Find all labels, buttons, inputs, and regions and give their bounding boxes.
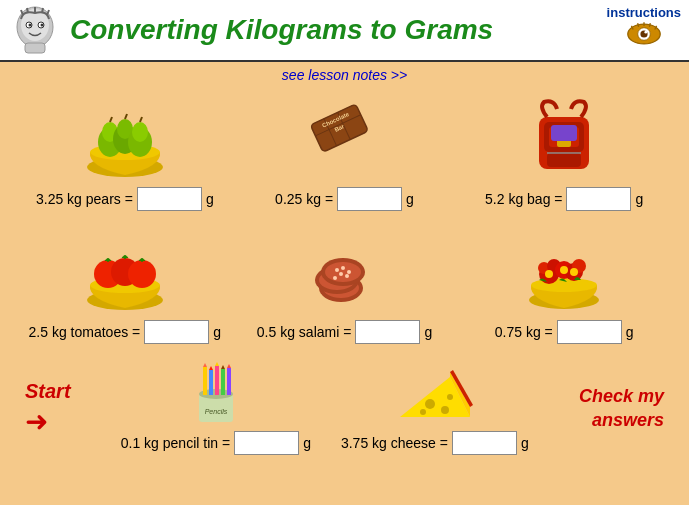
salami-label: 0.5 kg salami = g: [257, 320, 432, 344]
start-arrow-icon[interactable]: ➜: [25, 405, 48, 438]
svg-marker-80: [209, 366, 213, 370]
bottom-questions: Pencils 0.1 kg pencil tin = g: [121, 362, 529, 455]
svg-line-30: [125, 114, 127, 119]
svg-point-9: [29, 24, 32, 27]
cheese-label: 3.75 kg cheese = g: [341, 431, 529, 455]
flowers-answer-input[interactable]: [557, 320, 622, 344]
svg-point-28: [132, 122, 148, 142]
svg-point-62: [345, 274, 349, 278]
svg-point-58: [341, 266, 345, 270]
start-label: Start: [25, 380, 71, 403]
flowers-question: 0.75 kg = g: [454, 221, 674, 349]
svg-point-61: [333, 276, 337, 280]
svg-point-73: [570, 268, 578, 276]
svg-line-5: [42, 8, 43, 13]
professor-icon: [10, 5, 60, 55]
tomatoes-answer-input[interactable]: [144, 320, 209, 344]
svg-point-60: [339, 272, 343, 276]
pears-question: 3.25 kg pears = g: [15, 88, 235, 216]
svg-point-10: [41, 24, 44, 27]
instructions-button[interactable]: instructions: [607, 5, 681, 46]
svg-point-72: [560, 266, 568, 274]
bag-answer-input[interactable]: [566, 187, 631, 211]
pears-label: 3.25 kg pears = g: [36, 187, 214, 211]
questions-grid: 3.25 kg pears = g C: [15, 88, 674, 354]
salami-question: 0.5 kg salami = g: [235, 221, 455, 349]
svg-point-15: [644, 31, 647, 34]
bag-label: 5.2 kg bag = g: [485, 187, 643, 211]
svg-rect-11: [25, 43, 45, 53]
cheese-answer-input[interactable]: [452, 431, 517, 455]
svg-marker-84: [221, 365, 225, 369]
chocolate-image: Chocolate Bar: [299, 93, 389, 183]
svg-marker-82: [215, 362, 219, 366]
tomatoes-question: 2.5 kg tomatoes = g: [15, 221, 235, 349]
bag-question: 5.2 kg bag = g: [454, 88, 674, 216]
svg-point-56: [325, 262, 361, 282]
svg-rect-42: [547, 153, 581, 167]
start-section: Start ➜: [25, 380, 71, 438]
tomatoes-image: [80, 226, 170, 316]
bag-image: [519, 93, 609, 183]
salami-image: [299, 226, 389, 316]
bottom-row: Start ➜ Pencils: [15, 362, 674, 455]
chocolate-label: 0.25 kg = g: [275, 187, 414, 211]
svg-point-93: [447, 394, 453, 400]
salami-answer-input[interactable]: [355, 320, 420, 344]
svg-line-19: [649, 23, 650, 27]
svg-point-50: [128, 260, 156, 288]
svg-line-3: [27, 8, 28, 13]
svg-point-92: [420, 409, 426, 415]
flowers-image: [519, 226, 609, 316]
pears-image: [80, 93, 170, 183]
svg-line-31: [140, 117, 142, 122]
svg-line-17: [637, 23, 638, 27]
chocolate-question: Chocolate Bar 0.25 kg = g: [235, 88, 455, 216]
svg-point-91: [441, 406, 449, 414]
svg-point-90: [425, 399, 435, 409]
svg-line-29: [110, 117, 112, 122]
cheese-question: 3.75 kg cheese = g: [341, 362, 529, 455]
svg-text:Pencils: Pencils: [205, 408, 228, 415]
pears-answer-input[interactable]: [137, 187, 202, 211]
tomatoes-label: 2.5 kg tomatoes = g: [29, 320, 221, 344]
svg-rect-45: [551, 125, 577, 141]
pencil-question: Pencils 0.1 kg pencil tin = g: [121, 362, 311, 455]
instructions-label: instructions: [607, 5, 681, 20]
pencil-label: 0.1 kg pencil tin = g: [121, 431, 311, 455]
page-title: Converting Kilograms to Grams: [70, 14, 679, 46]
chocolate-answer-input[interactable]: [337, 187, 402, 211]
svg-point-59: [347, 270, 351, 274]
eye-icon: [626, 22, 662, 46]
lesson-notes-link[interactable]: see lesson notes >>: [15, 67, 674, 83]
check-answers-button[interactable]: Check myanswers: [579, 385, 664, 432]
header: Converting Kilograms to Grams instructio…: [0, 0, 689, 62]
svg-marker-86: [227, 364, 231, 368]
pencil-answer-input[interactable]: [234, 431, 299, 455]
flowers-label: 0.75 kg = g: [495, 320, 634, 344]
svg-point-71: [545, 270, 553, 278]
svg-point-57: [335, 268, 339, 272]
main-content: see lesson notes >>: [0, 62, 689, 505]
svg-marker-78: [203, 363, 207, 367]
